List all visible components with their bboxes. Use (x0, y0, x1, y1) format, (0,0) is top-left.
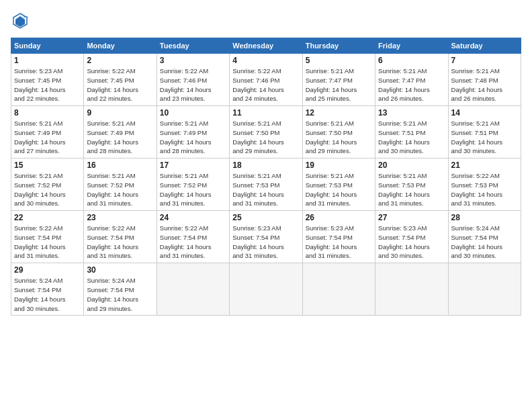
day-info: Sunrise: 5:21 AM Sunset: 7:51 PM Dayligh… (451, 119, 518, 156)
week-row-1: 1Sunrise: 5:23 AM Sunset: 7:45 PM Daylig… (11, 54, 521, 106)
calendar-table: SundayMondayTuesdayWednesdayThursdayFrid… (11, 38, 521, 316)
day-number: 24 (160, 213, 226, 222)
week-row-5: 29Sunrise: 5:24 AM Sunset: 7:54 PM Dayli… (11, 263, 521, 316)
day-number: 14 (451, 108, 518, 118)
day-info: Sunrise: 5:23 AM Sunset: 7:54 PM Dayligh… (306, 224, 372, 261)
day-info: Sunrise: 5:21 AM Sunset: 7:52 PM Dayligh… (160, 171, 226, 208)
day-number: 6 (378, 56, 445, 65)
calendar-cell: 14Sunrise: 5:21 AM Sunset: 7:51 PM Dayli… (448, 106, 521, 158)
day-number: 2 (87, 56, 153, 65)
day-number: 18 (232, 161, 299, 170)
calendar-cell: 7Sunrise: 5:21 AM Sunset: 7:48 PM Daylig… (448, 54, 521, 106)
day-info: Sunrise: 5:21 AM Sunset: 7:49 PM Dayligh… (14, 119, 81, 156)
calendar-cell: 1Sunrise: 5:23 AM Sunset: 7:45 PM Daylig… (11, 54, 84, 106)
calendar-cell (230, 263, 302, 316)
calendar-cell: 16Sunrise: 5:21 AM Sunset: 7:52 PM Dayli… (84, 158, 157, 211)
day-number: 27 (378, 213, 445, 222)
day-info: Sunrise: 5:21 AM Sunset: 7:49 PM Dayligh… (160, 119, 226, 156)
day-number: 20 (378, 161, 445, 170)
day-info: Sunrise: 5:22 AM Sunset: 7:53 PM Dayligh… (451, 171, 518, 208)
calendar-cell: 23Sunrise: 5:22 AM Sunset: 7:54 PM Dayli… (84, 211, 157, 263)
day-info: Sunrise: 5:21 AM Sunset: 7:53 PM Dayligh… (378, 171, 445, 208)
day-number: 25 (232, 213, 299, 222)
day-info: Sunrise: 5:22 AM Sunset: 7:46 PM Dayligh… (160, 66, 226, 103)
day-info: Sunrise: 5:21 AM Sunset: 7:48 PM Dayligh… (451, 66, 518, 103)
calendar-cell: 30Sunrise: 5:24 AM Sunset: 7:54 PM Dayli… (84, 263, 157, 316)
day-info: Sunrise: 5:21 AM Sunset: 7:47 PM Dayligh… (306, 66, 372, 103)
calendar-cell: 6Sunrise: 5:21 AM Sunset: 7:47 PM Daylig… (375, 54, 448, 106)
logo-icon (11, 11, 30, 30)
day-info: Sunrise: 5:24 AM Sunset: 7:54 PM Dayligh… (14, 276, 81, 313)
day-info: Sunrise: 5:21 AM Sunset: 7:50 PM Dayligh… (306, 119, 372, 156)
week-row-3: 15Sunrise: 5:21 AM Sunset: 7:52 PM Dayli… (11, 158, 521, 211)
calendar-cell: 22Sunrise: 5:22 AM Sunset: 7:54 PM Dayli… (11, 211, 84, 263)
calendar-cell: 13Sunrise: 5:21 AM Sunset: 7:51 PM Dayli… (375, 106, 448, 158)
day-info: Sunrise: 5:24 AM Sunset: 7:54 PM Dayligh… (451, 224, 518, 261)
calendar-cell (302, 263, 375, 316)
day-number: 7 (451, 56, 518, 65)
day-header-thursday: Thursday (302, 38, 375, 54)
day-number: 15 (14, 161, 81, 170)
day-number: 16 (87, 161, 153, 170)
calendar-header-row: SundayMondayTuesdayWednesdayThursdayFrid… (11, 38, 521, 54)
day-header-saturday: Saturday (448, 38, 521, 54)
day-number: 10 (160, 108, 226, 118)
calendar-cell (448, 263, 521, 316)
day-number: 21 (451, 161, 518, 170)
calendar-cell: 17Sunrise: 5:21 AM Sunset: 7:52 PM Dayli… (157, 158, 229, 211)
day-number: 5 (306, 56, 372, 65)
calendar-cell: 25Sunrise: 5:23 AM Sunset: 7:54 PM Dayli… (230, 211, 302, 263)
week-row-4: 22Sunrise: 5:22 AM Sunset: 7:54 PM Dayli… (11, 211, 521, 263)
calendar-cell: 3Sunrise: 5:22 AM Sunset: 7:46 PM Daylig… (157, 54, 229, 106)
header (11, 11, 521, 30)
calendar-cell (157, 263, 229, 316)
day-number: 23 (87, 213, 153, 222)
calendar-cell: 20Sunrise: 5:21 AM Sunset: 7:53 PM Dayli… (375, 158, 448, 211)
day-header-wednesday: Wednesday (230, 38, 302, 54)
day-number: 26 (306, 213, 372, 222)
day-info: Sunrise: 5:22 AM Sunset: 7:54 PM Dayligh… (14, 224, 81, 261)
day-number: 8 (14, 108, 81, 118)
day-number: 13 (378, 108, 445, 118)
day-info: Sunrise: 5:22 AM Sunset: 7:54 PM Dayligh… (160, 224, 226, 261)
calendar-cell: 11Sunrise: 5:21 AM Sunset: 7:50 PM Dayli… (230, 106, 302, 158)
day-header-monday: Monday (84, 38, 157, 54)
day-number: 22 (14, 213, 81, 222)
calendar-cell: 8Sunrise: 5:21 AM Sunset: 7:49 PM Daylig… (11, 106, 84, 158)
day-info: Sunrise: 5:21 AM Sunset: 7:53 PM Dayligh… (306, 171, 372, 208)
svg-marker-2 (15, 16, 25, 27)
calendar-cell: 10Sunrise: 5:21 AM Sunset: 7:49 PM Dayli… (157, 106, 229, 158)
day-header-tuesday: Tuesday (157, 38, 229, 54)
calendar-cell: 28Sunrise: 5:24 AM Sunset: 7:54 PM Dayli… (448, 211, 521, 263)
calendar-cell: 12Sunrise: 5:21 AM Sunset: 7:50 PM Dayli… (302, 106, 375, 158)
calendar-cell (375, 263, 448, 316)
day-info: Sunrise: 5:21 AM Sunset: 7:47 PM Dayligh… (378, 66, 445, 103)
day-number: 9 (87, 108, 153, 118)
day-info: Sunrise: 5:23 AM Sunset: 7:54 PM Dayligh… (232, 224, 299, 261)
day-info: Sunrise: 5:24 AM Sunset: 7:54 PM Dayligh… (87, 276, 153, 313)
day-header-sunday: Sunday (11, 38, 84, 54)
calendar-cell: 29Sunrise: 5:24 AM Sunset: 7:54 PM Dayli… (11, 263, 84, 316)
day-info: Sunrise: 5:23 AM Sunset: 7:54 PM Dayligh… (378, 224, 445, 261)
day-info: Sunrise: 5:21 AM Sunset: 7:53 PM Dayligh… (232, 171, 299, 208)
logo (11, 11, 32, 30)
day-info: Sunrise: 5:22 AM Sunset: 7:46 PM Dayligh… (232, 66, 299, 103)
calendar-cell: 5Sunrise: 5:21 AM Sunset: 7:47 PM Daylig… (302, 54, 375, 106)
day-info: Sunrise: 5:22 AM Sunset: 7:45 PM Dayligh… (87, 66, 153, 103)
day-info: Sunrise: 5:22 AM Sunset: 7:54 PM Dayligh… (87, 224, 153, 261)
day-info: Sunrise: 5:21 AM Sunset: 7:50 PM Dayligh… (232, 119, 299, 156)
calendar-cell: 4Sunrise: 5:22 AM Sunset: 7:46 PM Daylig… (230, 54, 302, 106)
calendar-cell: 24Sunrise: 5:22 AM Sunset: 7:54 PM Dayli… (157, 211, 229, 263)
day-info: Sunrise: 5:21 AM Sunset: 7:52 PM Dayligh… (14, 171, 81, 208)
calendar-cell: 18Sunrise: 5:21 AM Sunset: 7:53 PM Dayli… (230, 158, 302, 211)
calendar-cell: 2Sunrise: 5:22 AM Sunset: 7:45 PM Daylig… (84, 54, 157, 106)
calendar-cell: 9Sunrise: 5:21 AM Sunset: 7:49 PM Daylig… (84, 106, 157, 158)
day-number: 30 (87, 265, 153, 275)
calendar-cell: 27Sunrise: 5:23 AM Sunset: 7:54 PM Dayli… (375, 211, 448, 263)
day-info: Sunrise: 5:23 AM Sunset: 7:45 PM Dayligh… (14, 66, 81, 103)
day-number: 1 (14, 56, 81, 65)
calendar-cell: 15Sunrise: 5:21 AM Sunset: 7:52 PM Dayli… (11, 158, 84, 211)
calendar-cell: 21Sunrise: 5:22 AM Sunset: 7:53 PM Dayli… (448, 158, 521, 211)
day-number: 19 (306, 161, 372, 170)
calendar-cell: 26Sunrise: 5:23 AM Sunset: 7:54 PM Dayli… (302, 211, 375, 263)
